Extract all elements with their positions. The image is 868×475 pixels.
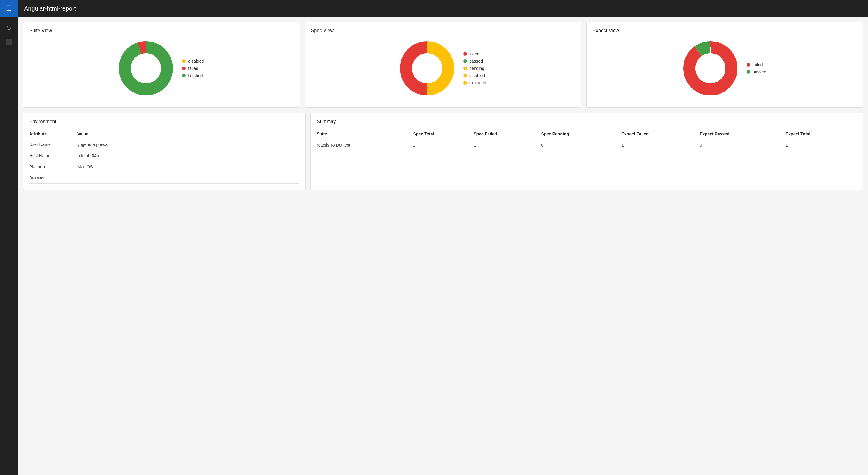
env-val-username: yogendra.porwal (78, 139, 299, 150)
bottom-row: Environment Attribute Value User Name yo… (23, 112, 863, 190)
expect-legend-failed: failed (747, 62, 766, 67)
env-row-hostname: Host Name ndi-mb-045 (29, 150, 299, 161)
summary-spec-pending: 0 (541, 139, 621, 151)
summary-row: reactjs To DO test 2 1 0 1 0 1 (317, 139, 857, 151)
finished-dot (182, 74, 186, 77)
env-val-hostname: ndi-mb-045 (78, 150, 299, 161)
summary-card: Summay Suite Spec Total Spec Failed Spec… (310, 112, 863, 190)
env-val-platform: Mac OS (78, 161, 299, 172)
waveform-icon[interactable]: ⬛ (6, 39, 12, 46)
svg-point-3 (131, 53, 161, 83)
expect-passed-dot (747, 70, 750, 74)
spec-failed-dot (463, 52, 467, 56)
spec-excluded-label: excluded (469, 80, 486, 85)
expect-chart-area: failed passed (592, 38, 857, 101)
spec-failed-label: failed (469, 52, 479, 56)
expect-donut (683, 41, 738, 95)
expect-legend-passed: passed (747, 70, 766, 74)
sidebar: ☰ ▽ ⬛ (0, 0, 18, 475)
env-col-value: Value (78, 129, 299, 139)
legend-disabled: disabled (182, 59, 204, 64)
summary-title: Summay (317, 119, 857, 124)
svg-point-7 (412, 53, 442, 83)
env-row-username: User Name yogendra.porwal (29, 139, 299, 150)
col-spec-pending: Spec Pending (541, 129, 621, 139)
suite-view-card: Suite View (23, 22, 300, 108)
legend-failed: failed (182, 66, 204, 71)
col-spec-failed: Spec Failed (473, 129, 541, 139)
suite-view-title: Suite View (29, 28, 293, 33)
env-row-platform: Platform Mac OS (29, 161, 299, 172)
spec-pending-dot (463, 67, 467, 70)
col-expect-passed: Expect Passed (700, 129, 786, 139)
spec-donut (400, 41, 454, 95)
failed-dot (182, 67, 186, 70)
spec-legend-failed: failed (463, 52, 486, 56)
summary-expect-failed: 1 (621, 139, 700, 151)
expect-view-card: Expect View (586, 22, 863, 108)
summary-expect-total: 1 (785, 139, 857, 151)
env-col-attribute: Attribute (29, 129, 78, 139)
main-area: Angular-html-report Suite View (18, 0, 868, 475)
spec-view-title: Spec View (311, 28, 575, 33)
sidebar-header: ☰ (0, 0, 18, 17)
spec-legend-passed: passed (463, 59, 486, 64)
env-attr-hostname: Host Name (29, 150, 78, 161)
spec-excluded-dot (463, 81, 467, 84)
env-attr-browser: Browser (29, 172, 78, 183)
spec-chart-area: failed passed pending disabled (311, 38, 575, 101)
content: Suite View (18, 17, 868, 195)
spec-passed-dot (463, 59, 467, 63)
environment-table: Attribute Value User Name yogendra.porwa… (29, 129, 299, 183)
disabled-label: disabled (188, 59, 204, 64)
summary-spec-total: 2 (413, 139, 474, 151)
env-row-browser: Browser (29, 172, 299, 183)
hamburger-icon[interactable]: ☰ (6, 4, 12, 12)
col-expect-failed: Expect Failed (621, 129, 700, 139)
expect-failed-dot (747, 63, 750, 67)
spec-legend-excluded: excluded (463, 80, 486, 85)
environment-title: Environment (29, 119, 299, 124)
env-attr-username: User Name (29, 139, 78, 150)
spec-view-card: Spec View (305, 22, 582, 108)
summary-suite: reactjs To DO test (317, 139, 413, 151)
summary-table: Suite Spec Total Spec Failed Spec Pendin… (317, 129, 857, 151)
spec-disabled-label: disabled (469, 73, 485, 78)
topbar: Angular-html-report (18, 0, 868, 17)
expect-passed-label: passed (752, 70, 766, 74)
failed-label: failed (188, 66, 198, 71)
finished-label: finished (188, 73, 203, 78)
col-spec-total: Spec Total (413, 129, 474, 139)
spec-legend-disabled: disabled (463, 73, 486, 78)
suite-donut (119, 41, 173, 95)
env-attr-platform: Platform (29, 161, 78, 172)
charts-row: Suite View (23, 22, 863, 108)
svg-point-11 (695, 53, 725, 83)
suite-chart-area: disabled failed finished (29, 38, 293, 101)
col-suite: Suite (317, 129, 413, 139)
expect-legend: failed passed (747, 62, 766, 74)
disabled-dot (182, 59, 186, 63)
env-val-browser (78, 172, 299, 183)
spec-pending-label: pending (469, 66, 484, 71)
filter-icon[interactable]: ▽ (7, 24, 12, 32)
suite-legend: disabled failed finished (182, 59, 204, 78)
spec-passed-label: passed (469, 59, 483, 64)
expect-view-title: Expect View (592, 28, 857, 33)
summary-expect-passed: 0 (700, 139, 786, 151)
environment-card: Environment Attribute Value User Name yo… (23, 112, 306, 190)
spec-legend: failed passed pending disabled (463, 52, 486, 85)
app-title: Angular-html-report (24, 5, 76, 12)
spec-disabled-dot (463, 74, 467, 77)
expect-failed-label: failed (752, 62, 763, 67)
spec-legend-pending: pending (463, 66, 486, 71)
col-expect-total: Expect Total (785, 129, 857, 139)
legend-finished: finished (182, 73, 204, 78)
summary-spec-failed: 1 (473, 139, 541, 151)
